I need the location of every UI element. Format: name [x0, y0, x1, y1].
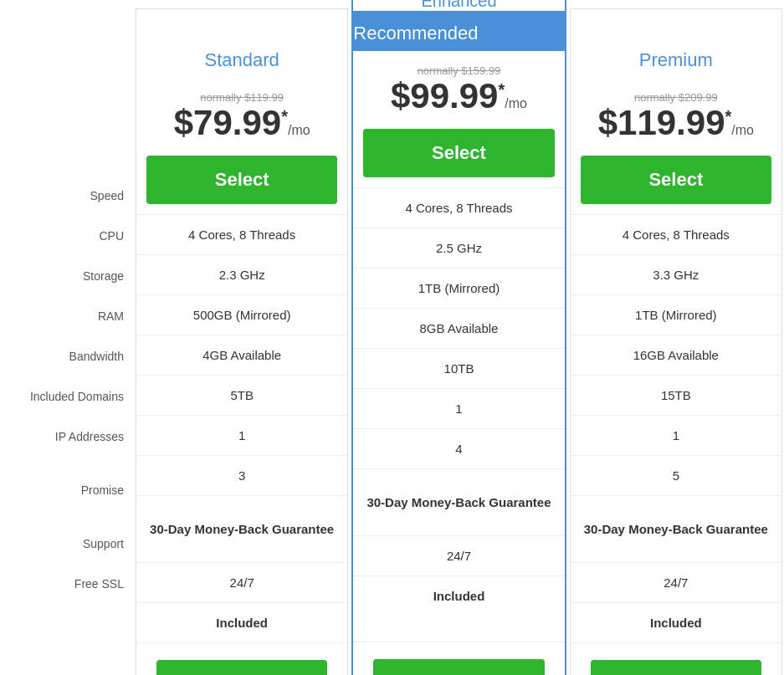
- price-area: normally $159.99 $99.99*/mo: [353, 51, 564, 122]
- select-button-top[interactable]: Select: [363, 129, 554, 177]
- label-select-top-spacer: [0, 117, 134, 176]
- plan-col-standard: Standard normally $119.99 $79.99*/mo Sel…: [136, 8, 348, 675]
- plan-col-premium: Premium normally $209.99 $119.99*/mo Sel…: [570, 8, 782, 675]
- normal-price: normally $159.99: [353, 64, 564, 77]
- feature-speed: 4 Cores, 8 Threads: [353, 187, 564, 228]
- feature-support: 24/7: [353, 535, 564, 575]
- feature-ip: 3: [136, 455, 347, 495]
- feature-promise: 30-Day Money-Back Guarantee: [136, 495, 347, 562]
- select-button-top[interactable]: Select: [146, 156, 337, 204]
- select-bottom: Select: [136, 642, 347, 675]
- feature-ssl: Included: [571, 602, 781, 642]
- feature-cpu: 3.3 GHz: [571, 254, 781, 294]
- feature-storage: 1TB (Mirrored): [353, 268, 564, 308]
- label-storage: Storage: [0, 256, 134, 296]
- plan-header: Standard: [136, 34, 347, 78]
- select-button-bottom[interactable]: Select: [156, 660, 327, 675]
- main-price: $99.99*/mo: [353, 77, 564, 115]
- plan-features: 4 Cores, 8 Threads 3.3 GHz 1TB (Mirrored…: [571, 214, 781, 642]
- pricing-table: Speed CPU Storage RAM Bandwidth Included…: [0, 8, 784, 675]
- label-ram: RAM: [0, 296, 134, 336]
- select-button-bottom[interactable]: Select: [373, 659, 544, 675]
- feature-ram: 8GB Available: [353, 308, 564, 348]
- feature-cpu: 2.3 GHz: [136, 254, 347, 294]
- label-ssl: Free SSL: [0, 564, 134, 604]
- feature-promise: 30-Day Money-Back Guarantee: [571, 495, 781, 562]
- feature-speed: 4 Cores, 8 Threads: [136, 214, 347, 254]
- feature-ip: 5: [571, 455, 781, 495]
- per-mo: /mo: [731, 123, 754, 137]
- feature-storage: 500GB (Mirrored): [136, 294, 347, 335]
- feature-bandwidth: 10TB: [353, 348, 564, 388]
- plan-features: 4 Cores, 8 Threads 2.3 GHz 500GB (Mirror…: [136, 214, 347, 642]
- main-price: $119.99*/mo: [571, 104, 781, 142]
- price-area: normally $209.99 $119.99*/mo: [571, 78, 781, 149]
- plan-name: Standard: [136, 41, 347, 74]
- normal-price: normally $209.99: [571, 91, 781, 104]
- plan-header: Premium: [571, 34, 781, 78]
- main-price: $79.99*/mo: [136, 104, 347, 142]
- price-area: normally $119.99 $79.99*/mo: [136, 78, 347, 149]
- plans-area: Standard normally $119.99 $79.99*/mo Sel…: [134, 8, 784, 675]
- label-bandwidth: Bandwidth: [0, 336, 134, 376]
- label-support: Support: [0, 524, 134, 564]
- label-select-bottom-spacer: [0, 604, 134, 662]
- label-speed: Speed: [0, 176, 134, 216]
- feature-ram: 16GB Available: [571, 335, 781, 375]
- feature-storage: 1TB (Mirrored): [571, 294, 781, 335]
- feature-speed: 4 Cores, 8 Threads: [571, 214, 781, 254]
- feature-support: 24/7: [136, 562, 347, 602]
- feature-bandwidth: 5TB: [136, 375, 347, 415]
- select-bottom: Select: [571, 642, 781, 675]
- plan-col-enhanced: Enhanced Recommended normally $159.99 $9…: [351, 0, 566, 675]
- label-ip: IP Addresses: [0, 417, 134, 457]
- feature-support: 24/7: [571, 562, 781, 602]
- enhanced-label: Enhanced: [353, 0, 564, 11]
- plan-name-wrapper: Recommended: [353, 11, 564, 51]
- label-promise: Promise: [0, 457, 134, 524]
- feature-cpu: 2.5 GHz: [353, 228, 564, 268]
- feature-domains: 1: [571, 415, 781, 455]
- feature-domains: 1: [136, 415, 347, 455]
- select-button-bottom[interactable]: Select: [591, 660, 761, 675]
- label-domains: Included Domains: [0, 376, 134, 417]
- normal-price: normally $119.99: [136, 91, 347, 104]
- plan-name: Recommended: [353, 14, 564, 48]
- select-button-top[interactable]: Select: [581, 156, 771, 204]
- select-bottom: Select: [353, 642, 564, 675]
- label-cpu: CPU: [0, 216, 134, 256]
- plan-features: 4 Cores, 8 Threads 2.5 GHz 1TB (Mirrored…: [353, 187, 564, 642]
- feature-promise: 30-Day Money-Back Guarantee: [353, 468, 564, 535]
- feature-ssl: Included: [136, 602, 347, 642]
- per-mo: /mo: [505, 96, 527, 110]
- feature-ssl: Included: [353, 575, 564, 616]
- asterisk: *: [281, 107, 288, 125]
- label-header-spacer: [0, 8, 134, 117]
- feature-bandwidth: 15TB: [571, 375, 781, 415]
- plan-name: Premium: [571, 41, 781, 74]
- per-mo: /mo: [288, 123, 310, 137]
- feature-ram: 4GB Available: [136, 335, 347, 375]
- labels-column: Speed CPU Storage RAM Bandwidth Included…: [0, 8, 134, 675]
- feature-domains: 1: [353, 388, 564, 428]
- feature-ip: 4: [353, 428, 564, 468]
